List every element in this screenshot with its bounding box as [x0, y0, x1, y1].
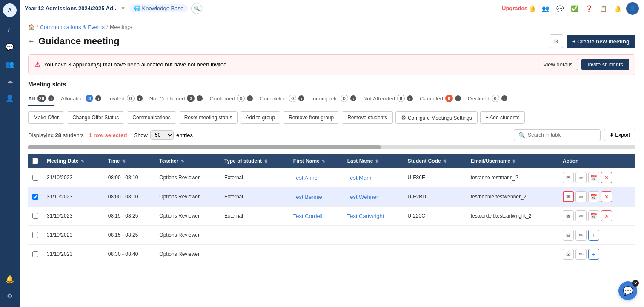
- email-action-icon[interactable]: ✉: [563, 249, 574, 260]
- email-highlighted-action-icon[interactable]: ✉: [563, 191, 574, 202]
- sidebar-logo[interactable]: A: [3, 3, 17, 17]
- edit-action-icon[interactable]: ✏: [575, 249, 587, 260]
- delete-action-icon[interactable]: ✕: [601, 210, 612, 221]
- student-code-col[interactable]: Student Code ⇅: [404, 154, 467, 168]
- upgrades-label[interactable]: Upgrades 🔔: [502, 5, 536, 12]
- calendar-action-icon[interactable]: 📅: [588, 172, 599, 183]
- tab-not-confirmed[interactable]: Not Confirmed 3 i: [149, 92, 203, 106]
- search-input[interactable]: [528, 132, 596, 138]
- tab-invited[interactable]: Invited 0 i: [108, 92, 142, 106]
- calendar-action-icon[interactable]: 📅: [588, 210, 599, 221]
- action-cell: ✉✏+: [558, 245, 635, 264]
- help-icon[interactable]: ❓: [583, 3, 595, 14]
- tab-all[interactable]: All 28 i: [28, 92, 54, 106]
- table-info: Displaying 28 students 1 row selected: [28, 132, 127, 138]
- tab-incomplete[interactable]: Incomplete 0 i: [311, 92, 356, 106]
- meeting-date-col[interactable]: Meeting Date ⇅: [43, 154, 104, 168]
- breadcrumb-home-icon[interactable]: 🏠: [28, 24, 35, 30]
- last-name-link[interactable]: Test Cartwright: [347, 213, 384, 219]
- checkmark-icon[interactable]: ✅: [568, 3, 580, 14]
- action-toolbar: Make OfferChange Offer StatusCommunicati…: [28, 111, 635, 124]
- student-code-cell: U-F86E: [404, 168, 467, 187]
- edit-action-icon[interactable]: ✏: [575, 172, 587, 183]
- tab-canceled[interactable]: Canceled 0 i: [420, 92, 461, 106]
- email-action-icon[interactable]: ✉: [563, 230, 574, 241]
- people-icon[interactable]: 👥: [2, 56, 17, 72]
- home-icon[interactable]: ⌂: [2, 22, 17, 37]
- action-cell: ✉✏+: [558, 226, 635, 245]
- toolbar-btn-0[interactable]: Make Offer: [28, 111, 64, 124]
- chat-icon[interactable]: 💬: [2, 39, 17, 55]
- delete-action-icon[interactable]: ✕: [601, 191, 612, 202]
- toolbar-btn-1[interactable]: Change Offer Status: [67, 111, 124, 124]
- tab-completed[interactable]: Completed 0 i: [260, 92, 304, 106]
- tab-declined[interactable]: Declined 0 i: [468, 92, 507, 106]
- edit-action-icon[interactable]: ✏: [575, 210, 587, 221]
- row-checkbox-1[interactable]: [32, 194, 38, 200]
- toolbar-btn-3[interactable]: Reset meeting status: [179, 111, 238, 124]
- knowledge-base-btn[interactable]: 🌐 Knowledge Base: [129, 4, 188, 12]
- breadcrumb-communications[interactable]: Communications & Events: [40, 24, 105, 30]
- tab-confirmed[interactable]: Confirmed 0 i: [209, 92, 253, 106]
- toolbar-btn-7[interactable]: ⚙ Configure Meetings Settings: [395, 111, 478, 124]
- entries-select[interactable]: 50 10 25 100: [150, 130, 174, 140]
- chat-topbar-icon[interactable]: 💬: [554, 3, 566, 14]
- page-actions: ⚙ + Create new meeting: [550, 34, 635, 48]
- calendar-action-icon[interactable]: 📅: [588, 191, 599, 202]
- teacher-col[interactable]: Teacher ⇅: [155, 154, 220, 168]
- time-col[interactable]: Time ⇅: [104, 154, 155, 168]
- select-all-checkbox[interactable]: [32, 158, 38, 164]
- email-action-icon[interactable]: ✉: [563, 172, 574, 183]
- view-details-button[interactable]: View details: [538, 59, 578, 70]
- add-action-icon[interactable]: +: [588, 230, 599, 241]
- toolbar-btn-5[interactable]: Remove from group: [283, 111, 339, 124]
- row-checkbox-0[interactable]: [32, 175, 38, 181]
- cloud-icon[interactable]: ☁: [2, 73, 17, 89]
- tab-label-not-attended: Not Attended: [363, 95, 395, 102]
- create-meeting-button[interactable]: + Create new meeting: [567, 35, 635, 48]
- tab-not-attended[interactable]: Not Attended 0 i: [363, 92, 413, 106]
- meeting-slots-tabs: All 28 i Allocated 3 i Invited 0 i Not C…: [28, 92, 635, 106]
- back-button[interactable]: ←: [28, 37, 35, 45]
- delete-action-icon[interactable]: ✕: [601, 172, 612, 183]
- type-col[interactable]: Type of student ⇅: [220, 154, 289, 168]
- first-name-col[interactable]: First Name ⇅: [289, 154, 343, 168]
- edit-action-icon[interactable]: ✏: [575, 230, 587, 241]
- invite-students-button[interactable]: Invite students: [581, 59, 629, 70]
- chat-close-icon[interactable]: ✕: [632, 280, 639, 287]
- group-icon[interactable]: 👤: [2, 90, 17, 106]
- row-checkbox-3[interactable]: [32, 232, 38, 238]
- toolbar-btn-6[interactable]: Remove students: [342, 111, 392, 124]
- email-col[interactable]: Email/Username ⇅: [467, 154, 558, 168]
- tab-badge-invited: 0: [127, 95, 135, 102]
- bell-icon[interactable]: 🔔: [2, 271, 17, 287]
- last-name-link[interactable]: Test Wehner: [347, 194, 378, 200]
- user-avatar[interactable]: 👤: [626, 2, 639, 15]
- settings-icon[interactable]: ⚙: [2, 288, 17, 304]
- add-action-icon[interactable]: +: [588, 249, 599, 260]
- chat-bubble[interactable]: 💬 ✕: [618, 281, 637, 300]
- tab-badge-all: 28: [37, 95, 46, 102]
- row-checkbox-4[interactable]: [32, 251, 38, 257]
- first-name-link[interactable]: Test Anne: [293, 175, 318, 181]
- last-name-col[interactable]: Last Name ⇅: [343, 154, 404, 168]
- note-icon[interactable]: 📋: [597, 3, 609, 14]
- email-action-icon[interactable]: ✉: [563, 210, 574, 221]
- filter-button[interactable]: ⚙: [550, 34, 563, 48]
- export-button[interactable]: ⬇ Export: [604, 129, 635, 141]
- last-name-link[interactable]: Test Mann: [347, 175, 373, 181]
- toolbar-btn-2[interactable]: Communications: [127, 111, 176, 124]
- tab-allocated[interactable]: Allocated 3 i: [61, 92, 101, 106]
- filter-icon: ⚙: [554, 38, 559, 45]
- global-search-btn[interactable]: 🔍: [191, 3, 202, 14]
- toolbar-btn-8[interactable]: + Add students: [480, 111, 525, 124]
- users-icon[interactable]: 👥: [539, 3, 551, 14]
- alert-topbar-icon[interactable]: 🔔: [612, 3, 624, 14]
- row-checkbox-2[interactable]: [32, 213, 38, 219]
- first-name-link[interactable]: Test Cordell: [293, 213, 323, 219]
- edit-action-icon[interactable]: ✏: [575, 191, 587, 202]
- first-name-link[interactable]: Test Bennie: [293, 194, 322, 200]
- student-code-cell: [404, 226, 467, 245]
- tab-label-all: All: [28, 95, 35, 102]
- toolbar-btn-4[interactable]: Add to group: [240, 111, 280, 124]
